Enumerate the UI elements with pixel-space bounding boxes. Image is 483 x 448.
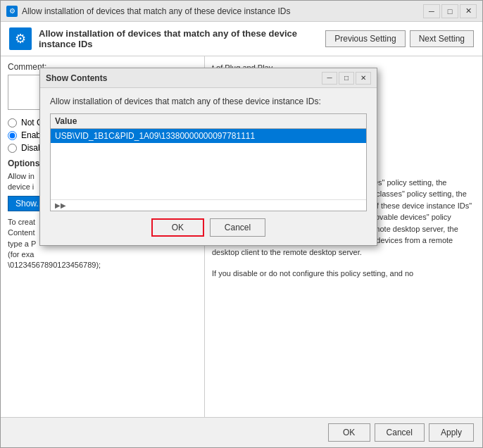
dialog-minimize-button[interactable]: ─ — [322, 72, 337, 85]
dialog-table: Value USB\VID_1B1C&PID_1A09\133800000000… — [50, 113, 367, 211]
dialog-title-text: Show Contents — [46, 73, 322, 83]
show-contents-dialog: Show Contents ─ □ ✕ Allow installation o… — [39, 68, 377, 246]
dialog-buttons: OK Cancel — [50, 218, 367, 237]
dialog-description: Allow installation of devices that match… — [50, 97, 367, 106]
dialog-maximize-button[interactable]: □ — [339, 72, 354, 85]
table-header: Value — [51, 114, 366, 129]
dialog-ok-button[interactable]: OK — [151, 218, 204, 237]
dialog-cancel-button[interactable]: Cancel — [210, 218, 265, 237]
dialog-content: Allow installation of devices that match… — [40, 88, 377, 245]
dialog-title-bar: Show Contents ─ □ ✕ — [40, 68, 377, 88]
dialog-overlay: Show Contents ─ □ ✕ Allow installation o… — [1, 1, 482, 447]
table-row-selected[interactable]: USB\VID_1B1C&PID_1A09\133800000000977811… — [51, 129, 366, 143]
navigate-row: ▶▶ — [51, 199, 366, 211]
main-window: ⚙ Allow installation of devices that mat… — [0, 0, 483, 448]
dialog-close-button[interactable]: ✕ — [356, 72, 371, 85]
dialog-title-buttons: ─ □ ✕ — [322, 72, 371, 85]
nav-arrows-icon: ▶▶ — [55, 201, 66, 209]
table-empty-area — [51, 143, 366, 199]
